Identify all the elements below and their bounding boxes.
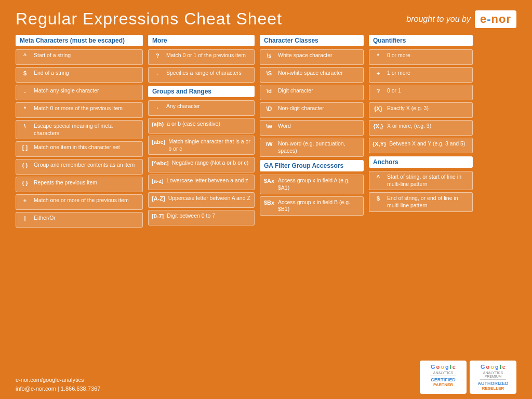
- page: Regular Expressions Cheat Sheet brought …: [0, 0, 532, 399]
- badge-certified: G o o g l e ANALYTICS CERTIFIED PARTNER: [420, 361, 467, 394]
- charclass-subsection: Character Classes \s White space charact…: [260, 35, 364, 157]
- badge2-analytics: ANALYTICS PREMIUM: [475, 371, 511, 378]
- meta-item-6: [ ] Match one item in this character set: [16, 141, 143, 157]
- meta-column: Meta Characters (must be escaped) ^ Star…: [16, 35, 143, 357]
- meta-item-10: | Either/Or: [16, 212, 143, 228]
- groups-subsection: Groups and Ranges . Any character (a|b) …: [148, 86, 255, 225]
- ga-item-2: $Bx Access group x in field B (e.g. $B1): [260, 196, 364, 216]
- meta-item-3: . Match any single character: [16, 85, 143, 100]
- quantifiers-item-3: ? 0 or 1: [369, 85, 473, 100]
- anchors-item-1: ^ Start of string, or start of line in m…: [369, 171, 473, 190]
- badge2-line1: AUTHORIZED: [475, 381, 511, 386]
- quantifiers-item-4: {X} Exactly X (e.g. 3): [369, 102, 473, 118]
- anchors-subsection: Anchors ^ Start of string, or start of l…: [369, 156, 473, 212]
- page-title: Regular Expressions Cheat Sheet: [16, 9, 282, 29]
- groups-item-7: [0-7] Digit between 0 to 7: [148, 210, 255, 225]
- quantifiers-subsection: Quantifiers * 0 or more + 1 or more ? 0 …: [369, 35, 473, 153]
- footer-email: info@e-nor.com | 1.866.638.7367: [16, 384, 100, 394]
- footer: e-nor.com/google-analytics info@e-nor.co…: [16, 361, 516, 394]
- charclass-item-1: \s White space character: [260, 49, 364, 65]
- meta-item-4: * Match 0 or more of the previous item: [16, 102, 143, 118]
- badge1-analytics: ANALYTICS: [425, 371, 461, 375]
- anchors-section-header: Anchors: [369, 156, 473, 168]
- quantifiers-item-6: {X,Y} Between X and Y (e.g. 3 and 5): [369, 138, 473, 153]
- badge1-line1: CERTIFIED: [425, 377, 461, 382]
- quantifiers-section-header: Quantifiers: [369, 35, 473, 46]
- more-item-2: - Specifies a range of characters: [148, 67, 255, 83]
- ga-section-header: GA Filter Group Accessors: [260, 160, 364, 171]
- groups-item-3: [abc] Match single character that is a o…: [148, 136, 255, 155]
- enor-logo: e-nor: [475, 10, 516, 28]
- footer-url: e-nor.com/google-analytics: [16, 376, 100, 385]
- footer-contact: e-nor.com/google-analytics info@e-nor.co…: [16, 376, 100, 394]
- quantifiers-item-2: + 1 or more: [369, 67, 473, 83]
- charclass-section-header: Character Classes: [260, 35, 364, 46]
- badge-reseller: G o o g l e ANALYTICS PREMIUM AUTHORIZED…: [470, 361, 516, 394]
- groups-column: More ? Match 0 or 1 of the previous item…: [148, 35, 255, 357]
- charclass-item-5: \w Word: [260, 120, 364, 136]
- header: Regular Expressions Cheat Sheet brought …: [16, 9, 516, 29]
- groups-item-1: . Any character: [148, 100, 255, 116]
- more-section-header: More: [148, 35, 255, 46]
- badge2-line2: RESELLER: [475, 386, 511, 391]
- meta-item-8: { } Repeats the previous item: [16, 177, 143, 192]
- groups-item-2: (a|b) a or b (case sensitive): [148, 118, 255, 134]
- groups-item-5: [a-z] Lowercase letter between a and z: [148, 175, 255, 190]
- brought-text: brought to you by: [406, 15, 471, 24]
- meta-item-9: + Match one or more of the previous item: [16, 194, 143, 210]
- ga-item-1: $Ax Access group x in field A (e.g. $A1): [260, 175, 364, 194]
- groups-section-header: Groups and Ranges: [148, 86, 255, 97]
- more-item-1: ? Match 0 or 1 of the previous item: [148, 49, 255, 65]
- header-right: brought to you by e-nor: [406, 10, 516, 28]
- charclass-item-4: \D Non-digit character: [260, 102, 364, 118]
- anchors-item-2: $ End of string, or end of line in multi…: [369, 192, 473, 211]
- quantifiers-column: Quantifiers * 0 or more + 1 or more ? 0 …: [369, 35, 473, 357]
- quantifiers-item-1: * 0 or more: [369, 49, 473, 65]
- meta-item-7: ( ) Group and remember contents as an it…: [16, 159, 143, 175]
- main-content: Meta Characters (must be escaped) ^ Star…: [16, 35, 516, 357]
- meta-item-5: \ Escape special meaning of meta charact…: [16, 120, 143, 139]
- charclass-item-3: \d Digit character: [260, 85, 364, 100]
- charclass-item-6: \W Non-word (e.g. punctuation, spaces): [260, 138, 364, 157]
- more-subsection: More ? Match 0 or 1 of the previous item…: [148, 35, 255, 83]
- meta-section-header: Meta Characters (must be escaped): [16, 35, 143, 46]
- charclass-item-2: \S Non-white space character: [260, 67, 364, 83]
- charclass-column: Character Classes \s White space charact…: [260, 35, 364, 357]
- ga-filter-subsection: GA Filter Group Accessors $Ax Access gro…: [260, 160, 364, 216]
- meta-item-1: ^ Start of a string: [16, 49, 143, 65]
- groups-item-4: [^abc] Negative range (Not a or b or c): [148, 157, 255, 172]
- meta-item-2: $ End of a string: [16, 67, 143, 83]
- badge1-line2: PARTNER: [425, 382, 461, 387]
- quantifiers-item-5: {X,} X or more, (e.g. 3): [369, 120, 473, 136]
- footer-badges: G o o g l e ANALYTICS CERTIFIED PARTNER …: [420, 361, 516, 394]
- groups-item-6: [A-Z] Uppercase letter between A and Z: [148, 192, 255, 208]
